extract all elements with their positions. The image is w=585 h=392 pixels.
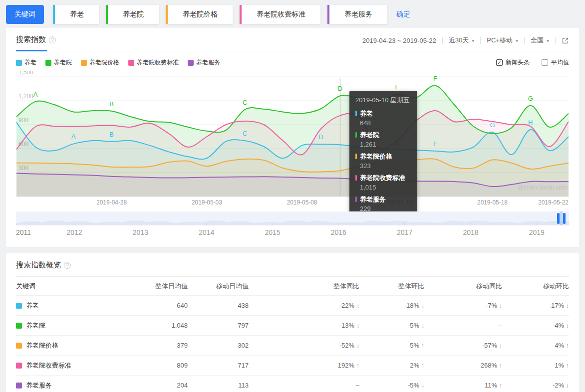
trend-value: -18% xyxy=(404,302,419,309)
device-dropdown-value: PC+移动 xyxy=(487,36,513,45)
keyword-tags: 养老养老院养老院价格养老院收费标准养老服务 xyxy=(53,5,387,24)
trend-value: -52% xyxy=(339,342,354,349)
time-range-slider[interactable] xyxy=(16,211,569,225)
news-marker: F xyxy=(433,140,437,148)
news-marker: G xyxy=(490,121,495,129)
table-row: 养老院收费标准809717192%↑2%↑268%↑1%↑ xyxy=(16,356,569,376)
legend-label: 养老院价格 xyxy=(89,58,119,67)
search-index-panel: 搜索指数 ? 2019-04-23 ~ 2019-05-22 近30天 ▾ PC… xyxy=(6,28,579,247)
trend-value: 4% xyxy=(555,342,564,349)
legend-label: 养老院 xyxy=(54,58,72,67)
tab-search-index[interactable]: 搜索指数 ? xyxy=(16,35,56,51)
keyword-tag[interactable]: 养老院 xyxy=(106,5,159,24)
news-headline-label: 新闻头条 xyxy=(506,58,530,67)
table-header-cell: 关键词 xyxy=(16,282,140,291)
slider-histogram xyxy=(16,211,569,225)
legend-label: 养老院收费标准 xyxy=(137,58,179,67)
table-header-cell: 整体环比 xyxy=(359,282,424,291)
legend-item[interactable]: 养老院价格 xyxy=(81,58,119,67)
x-tick-label: 2019-05-13 xyxy=(382,199,412,206)
divider xyxy=(524,37,525,44)
device-dropdown[interactable]: PC+移动 ▾ xyxy=(487,36,518,45)
x-tick-label: 2019-05-22 xyxy=(538,199,569,206)
chart-controls: 2019-04-23 ~ 2019-05-22 近30天 ▾ PC+移动 ▾ 全… xyxy=(362,35,569,45)
legend-swatch xyxy=(188,60,194,66)
overview-table: 关键词整体日均值移动日均值整体同比整体环比移动同比移动环比养老640438-22… xyxy=(16,277,569,392)
divider xyxy=(555,37,556,44)
trend-value: -13% xyxy=(339,322,354,329)
confirm-link[interactable]: 确定 xyxy=(396,10,410,19)
keyword-button[interactable]: 关键词 xyxy=(6,5,44,24)
news-marker: D xyxy=(319,133,323,141)
keyword-name: 养老院收费标准 xyxy=(26,361,71,370)
keyword-cell: 养老院 xyxy=(16,321,140,330)
keyword-swatch xyxy=(16,383,22,389)
overlay-toggles: ✓ 新闻头条 平均值 xyxy=(496,58,569,67)
trend-value: -4% xyxy=(553,322,564,329)
keyword-tag[interactable]: 养老院价格 xyxy=(166,5,233,24)
keyword-tag[interactable]: 养老服务 xyxy=(327,5,387,24)
trend-cell: -7%↓ xyxy=(424,302,502,309)
average-checkbox[interactable]: 平均值 xyxy=(542,58,569,67)
arrow-up-icon: ↑ xyxy=(566,362,569,369)
export-icon[interactable] xyxy=(562,37,569,44)
year-label: 2017 xyxy=(397,228,412,236)
mobile-avg-cell: 438 xyxy=(188,302,249,309)
legend-item[interactable]: 养老院收费标准 xyxy=(128,58,179,67)
year-label: 2013 xyxy=(133,228,148,236)
chart-canvas[interactable]: 3006009001,2001,500ABCDEFGHABCDEFG2019-0… xyxy=(16,71,569,206)
legend-swatch xyxy=(81,60,87,66)
range-dropdown[interactable]: 近30天 ▾ xyxy=(449,36,475,45)
news-marker: A xyxy=(33,91,38,98)
legend-swatch xyxy=(16,60,22,66)
date-range[interactable]: 2019-04-23 ~ 2019-05-22 xyxy=(362,37,436,44)
help-icon[interactable]: ? xyxy=(64,262,71,269)
overall-avg-cell: 204 xyxy=(140,382,188,389)
y-tick-label: 1,500 xyxy=(18,71,33,76)
panel-header: 搜索指数 ? 2019-04-23 ~ 2019-05-22 近30天 ▾ PC… xyxy=(16,35,569,51)
trend-value: 1% xyxy=(555,362,564,369)
keyword-tag[interactable]: 养老院收费标准 xyxy=(240,5,320,24)
news-headline-checkbox[interactable]: ✓ 新闻头条 xyxy=(496,58,530,67)
trend-value: 5% xyxy=(410,342,419,349)
trend-value: -17% xyxy=(549,302,564,309)
keyword-tag[interactable]: 养老 xyxy=(53,5,99,24)
keyword-swatch xyxy=(16,343,22,349)
news-marker: D xyxy=(338,85,342,92)
slider-handle-left[interactable] xyxy=(557,213,560,224)
news-marker: H xyxy=(528,119,533,126)
trend-cell: 2%↑ xyxy=(359,362,424,369)
trend-cell: 11%↑ xyxy=(424,382,502,389)
checkbox-unchecked-icon xyxy=(542,59,548,66)
legend-item[interactable]: 养老服务 xyxy=(188,58,220,67)
news-marker: A xyxy=(71,133,76,140)
mobile-avg-cell: 113 xyxy=(188,382,249,389)
region-dropdown[interactable]: 全国 ▾ xyxy=(531,36,549,45)
legend-item[interactable]: 养老院 xyxy=(45,58,72,67)
table-header-row: 关键词整体日均值移动日均值整体同比整体环比移动同比移动环比 xyxy=(16,277,569,296)
tab-label: 搜索指数 xyxy=(16,35,46,44)
table-header-cell: 整体日均值 xyxy=(140,282,188,291)
table-row: 养老院价格379302-52%↓5%↑-57%↓4%↑ xyxy=(16,336,569,356)
legend-swatch xyxy=(45,60,51,66)
news-marker: E xyxy=(395,83,399,91)
trend-cell: 192%↑ xyxy=(249,362,359,369)
legend-item[interactable]: 养老 xyxy=(16,58,36,67)
slider-handle-right[interactable] xyxy=(563,213,566,224)
slider-selected-range[interactable] xyxy=(560,211,563,225)
checkbox-checked-icon: ✓ xyxy=(496,59,503,66)
y-tick-label: 1,200 xyxy=(18,93,33,100)
table-header-cell: 移动环比 xyxy=(502,282,569,291)
year-label: 2019 xyxy=(529,228,545,236)
table-header-cell: 移动日均值 xyxy=(188,282,249,291)
arrow-down-icon: ↓ xyxy=(566,322,569,329)
help-icon[interactable]: ? xyxy=(49,36,56,43)
keyword-swatch xyxy=(16,363,22,369)
trend-cell: – xyxy=(249,382,359,389)
trend-value: -7% xyxy=(486,302,497,309)
trend-cell: -13%↓ xyxy=(249,322,359,329)
mobile-avg-cell: 717 xyxy=(188,362,249,369)
trend-cell: – xyxy=(424,322,502,329)
overall-avg-cell: 809 xyxy=(140,362,188,369)
news-marker: E xyxy=(395,139,399,146)
